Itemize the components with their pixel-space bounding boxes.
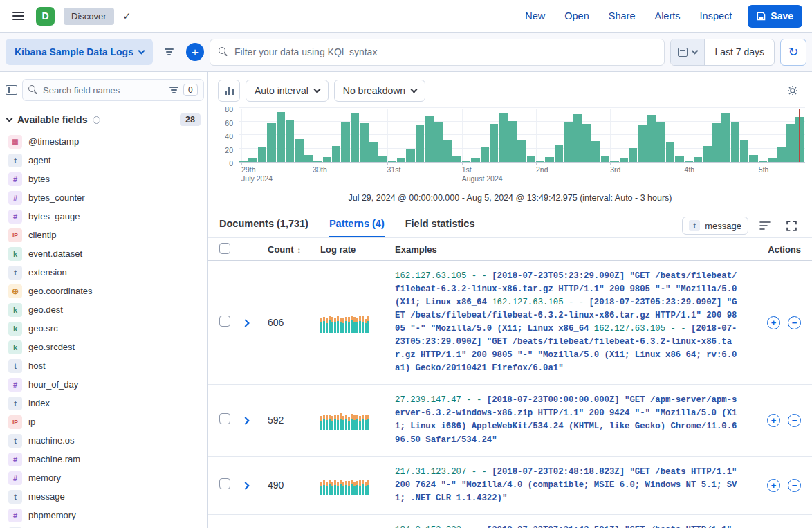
field-item-bytes[interactable]: #bytes [6,170,202,188]
histogram-bar [694,157,702,162]
expand-row-icon[interactable] [241,417,249,425]
tabs-right-controls: t message [682,216,801,235]
field-filter-count[interactable]: 0 [183,84,198,96]
field-item-clientip[interactable]: IPclientip [6,226,202,244]
text-field-type-icon: t [8,154,22,167]
text-field-type-icon: t [8,397,22,410]
field-item-agent[interactable]: tagent [6,151,202,170]
pattern-row: 59227.239.147.47 - - [2018-07-23T00:00:0… [208,385,812,456]
field-item-event.dataset[interactable]: kevent.dataset [6,244,202,263]
filter-out-pattern-button[interactable]: − [788,316,801,329]
field-item-host[interactable]: thost [6,356,202,375]
histogram-bar [341,122,349,162]
field-name: geo.coordinates [28,286,93,296]
field-name: machine.os [28,435,74,446]
fullscreen-button[interactable] [782,216,801,235]
number-field-type-icon: # [8,172,22,186]
field-item-phpmemory[interactable]: #phpmemory [6,506,202,525]
filter-for-pattern-button[interactable]: + [767,479,780,492]
histogram-bar [304,155,313,162]
time-picker: Last 7 days [670,39,775,66]
available-fields-info-icon[interactable] [93,116,100,124]
display-options-button[interactable] [755,216,775,235]
field-item-@timestamp[interactable]: ▦@timestamp [6,132,202,151]
selected-field-label: message [705,221,741,231]
histogram-bar [638,125,646,162]
field-item-geo.srcdest[interactable]: kgeo.srcdest [6,338,202,356]
add-filter-button[interactable]: + [186,43,204,61]
tab-field-statistics[interactable]: Field statistics [405,214,475,237]
breakdown-select[interactable]: No breakdown [334,80,425,102]
collapse-sidebar-button[interactable] [6,79,17,101]
chevron-down-icon [411,86,418,93]
field-item-message[interactable]: tmessage [6,487,202,506]
field-item-bytes_gauge[interactable]: #bytes_gauge [6,207,202,226]
histogram-bar [416,125,424,162]
field-item-geo.dest[interactable]: kgeo.dest [6,300,202,319]
field-item-memory[interactable]: #memory [6,468,202,487]
nav-link-open[interactable]: Open [564,10,589,21]
filter-out-pattern-button[interactable]: − [788,414,801,427]
ip-field-type-icon: IP [8,415,22,429]
histogram-bar [508,121,517,162]
expand-row-icon[interactable] [241,320,249,327]
filter-button[interactable] [158,39,181,64]
pattern-count: 606 [268,317,320,328]
row-checkbox[interactable] [219,316,230,327]
field-item-hour_of_day[interactable]: #hour_of_day [6,375,202,394]
filter-for-pattern-button[interactable]: + [767,316,780,329]
space-avatar[interactable]: D [36,7,55,26]
toggle-chart-button[interactable] [218,80,240,102]
pattern-example: 184.0.152.233 - - [2018-07-23T07:21:43.5… [395,524,748,528]
tab-patterns[interactable]: Patterns (4) [329,214,385,237]
tabs: Documents (1,731)Patterns (4)Field stati… [219,214,474,237]
sort-icon[interactable]: ↕ [297,246,302,254]
filter-for-pattern-button[interactable]: + [767,414,780,427]
field-item-machine.ram[interactable]: #machine.ram [6,450,202,468]
field-item-ip[interactable]: IPip [6,412,202,431]
nav-link-share[interactable]: Share [609,10,636,21]
field-item-geo.src[interactable]: kgeo.src [6,319,202,338]
histogram-bar [360,123,368,162]
tab-documents[interactable]: Documents (1,731) [219,214,308,237]
field-item-extension[interactable]: textension [6,263,202,282]
nav-link-alerts[interactable]: Alerts [654,10,680,21]
breadcrumb[interactable]: Discover [64,8,114,25]
kql-search-input[interactable] [234,46,656,57]
histogram-bar [517,140,526,162]
refresh-button[interactable]: ↻ [780,39,806,66]
field-name: clientip [28,230,56,240]
selected-field-badge[interactable]: t message [682,217,748,235]
field-item-machine.os[interactable]: tmachine.os [6,431,202,450]
expand-row-icon[interactable] [241,482,249,489]
time-range-button[interactable]: Last 7 days [705,39,774,65]
interval-select[interactable]: Auto interval [246,80,329,102]
count-column-header[interactable]: Count↕ [268,244,320,255]
field-search-input[interactable] [43,85,165,95]
field-filter-icon[interactable] [169,87,178,93]
chart-toolbar: Auto interval No breakdown [208,72,812,107]
chevron-down-icon [313,86,320,93]
keyword-field-type-icon: k [8,247,22,261]
row-checkbox[interactable] [219,413,230,424]
histogram-bar [703,146,711,162]
save-button[interactable]: Save [748,5,802,28]
nav-link-new[interactable]: New [525,10,545,21]
field-item-referer[interactable]: treferer [6,525,202,528]
available-fields-header[interactable]: Available fields 28 [0,108,207,132]
field-item-bytes_counter[interactable]: #bytes_counter [6,188,202,207]
nav-link-inspect[interactable]: Inspect [700,10,732,21]
chart-options-button[interactable] [782,80,804,102]
field-name: agent [28,155,51,165]
date-picker-button[interactable] [671,39,705,65]
menu-icon[interactable] [10,9,27,23]
field-item-geo.coordinates[interactable]: ⊕geo.coordinates [6,282,202,300]
histogram-chart[interactable]: 020406080 29thJuly 202430th31st1stAugust… [218,109,808,189]
data-view-picker[interactable]: Kibana Sample Data Logs [6,39,153,65]
kql-search-bar[interactable] [210,39,665,66]
field-name: index [28,398,50,408]
select-all-checkbox[interactable] [219,243,230,254]
row-checkbox[interactable] [219,478,230,489]
filter-out-pattern-button[interactable]: − [788,479,801,492]
field-item-index[interactable]: tindex [6,394,202,412]
